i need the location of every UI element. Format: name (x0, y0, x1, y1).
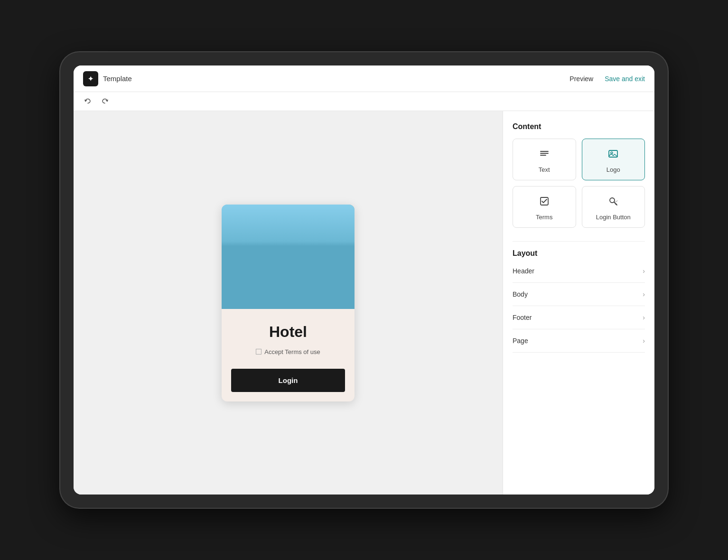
content-grid: Text Logo (513, 139, 645, 228)
text-align-icon (539, 149, 550, 161)
svg-rect-18 (274, 273, 286, 278)
layout-item-header[interactable]: Header › (513, 260, 645, 283)
redo-icon (101, 98, 109, 105)
top-bar-left: ✦ Template (83, 71, 569, 86)
chevron-right-icon: › (643, 290, 645, 298)
text-item-label: Text (539, 166, 550, 173)
login-button-item-label: Login Button (596, 214, 631, 221)
app-logo: ✦ (83, 71, 98, 86)
svg-point-1 (243, 217, 276, 230)
chevron-right-icon: › (643, 267, 645, 275)
app-title: Template (103, 75, 132, 83)
terms-item-label: Terms (536, 214, 552, 221)
tablet-frame: ✦ Template Preview Save and exit (60, 52, 668, 508)
svg-rect-31 (609, 150, 617, 157)
layout-section: Header › Body › Footer › Page › (513, 260, 645, 353)
svg-marker-7 (307, 214, 355, 309)
panel-divider (513, 241, 645, 242)
svg-line-20 (250, 219, 307, 247)
phone-hero-image (222, 205, 355, 309)
svg-marker-27 (293, 266, 355, 290)
chevron-right-icon: › (643, 337, 645, 345)
layout-body-label: Body (513, 290, 528, 298)
layout-footer-label: Footer (513, 314, 532, 321)
svg-rect-0 (222, 205, 355, 309)
svg-point-35 (616, 204, 617, 205)
svg-line-21 (250, 228, 307, 257)
preview-button[interactable]: Preview (569, 75, 593, 83)
phone-content: Hotel Accept Terms of use Login (222, 309, 355, 401)
layout-item-footer[interactable]: Footer › (513, 306, 645, 329)
svg-rect-9 (274, 245, 286, 250)
svg-rect-8 (257, 250, 269, 254)
content-item-logo[interactable]: Logo (582, 139, 645, 180)
layout-header-label: Header (513, 267, 534, 275)
svg-point-4 (302, 214, 331, 224)
content-section-title: Content (513, 122, 645, 131)
content-item-login-button[interactable]: Login Button (582, 186, 645, 228)
content-item-text[interactable]: Text (513, 139, 576, 180)
svg-rect-19 (290, 269, 302, 273)
svg-line-25 (250, 266, 307, 295)
top-bar: ✦ Template Preview Save and exit (74, 65, 654, 92)
svg-rect-10 (290, 240, 302, 245)
save-exit-button[interactable]: Save and exit (605, 75, 645, 83)
svg-rect-12 (274, 254, 286, 259)
logo-image-icon (608, 149, 618, 161)
tablet-screen: ✦ Template Preview Save and exit (74, 65, 654, 495)
phone-mockup: Hotel Accept Terms of use Login (222, 205, 355, 401)
undo-button[interactable] (81, 95, 94, 108)
svg-point-5 (316, 216, 336, 226)
svg-rect-17 (257, 278, 269, 283)
svg-point-2 (238, 220, 262, 232)
canvas-area: Hotel Accept Terms of use Login (74, 111, 503, 495)
svg-marker-26 (293, 290, 355, 309)
hotel-title: Hotel (231, 323, 345, 341)
toolbar (74, 92, 654, 111)
content-item-terms[interactable]: Terms (513, 186, 576, 228)
terms-label: Accept Terms of use (264, 348, 320, 355)
svg-point-3 (261, 219, 287, 230)
phone-terms-row: Accept Terms of use (231, 348, 345, 355)
layout-item-page[interactable]: Page › (513, 329, 645, 353)
layout-section-title: Layout (513, 249, 645, 258)
top-bar-right: Preview Save and exit (569, 75, 645, 83)
svg-rect-14 (257, 269, 269, 273)
building-illustration (222, 205, 355, 309)
undo-icon (84, 98, 92, 105)
svg-line-24 (250, 257, 307, 285)
terms-checkbox[interactable] (256, 349, 261, 355)
svg-line-23 (250, 247, 307, 276)
phone-login-button[interactable]: Login (231, 369, 345, 392)
right-panel: Content Text (503, 111, 654, 495)
redo-button[interactable] (98, 95, 112, 108)
login-button-icon (608, 196, 618, 209)
layout-item-body[interactable]: Body › (513, 283, 645, 306)
logo-item-label: Logo (607, 166, 620, 173)
terms-checkbox-icon (539, 196, 550, 209)
main-content: Hotel Accept Terms of use Login Content (74, 111, 654, 495)
svg-marker-6 (250, 214, 307, 309)
svg-rect-11 (257, 259, 269, 264)
svg-line-22 (250, 238, 307, 266)
svg-rect-16 (290, 259, 302, 264)
svg-rect-15 (274, 264, 286, 269)
layout-page-label: Page (513, 337, 528, 345)
chevron-right-icon: › (643, 314, 645, 321)
svg-rect-13 (290, 250, 302, 254)
